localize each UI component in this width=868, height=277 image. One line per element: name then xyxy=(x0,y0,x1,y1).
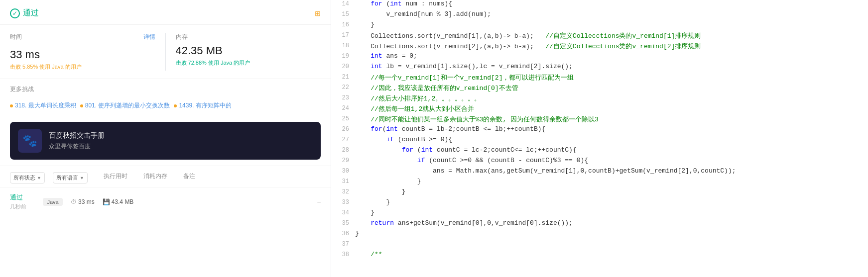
code-line: 35 return ans+getSum(v_remind[0],0,v_rem… xyxy=(331,219,868,230)
code-container: 14 for (int num : nums){15 v_remind[num … xyxy=(331,0,868,261)
stats-section: 时间 详情 33 ms 击败 5.85% 使用 Java 的用户 内存 42.3… xyxy=(0,25,331,79)
code-line: 22 //因此，我应该是放任所有的v_remind[0]不去管 xyxy=(331,84,868,94)
challenge-tag-1[interactable]: 801. 使序列递增的最小交换次数 xyxy=(80,101,170,110)
code-line: 21 //每一个v_remind[1]和一个v_remind[2]，都可以进行匹… xyxy=(331,73,868,84)
line-code xyxy=(355,240,868,251)
ad-paw-icon: 🐾 xyxy=(22,134,37,148)
ad-title: 百度秋招突击手册 xyxy=(49,131,105,140)
line-number: 37 xyxy=(335,240,355,251)
grid-icon[interactable]: ⊞ xyxy=(315,9,321,17)
code-line: 17 Collections.sort(v_remind[1],(a,b)-> … xyxy=(331,31,868,42)
line-code: //然后大小排序好1,2。。。。。。。 xyxy=(355,94,868,104)
time-stat-block: 时间 详情 33 ms 击败 5.85% 使用 Java 的用户 xyxy=(10,33,155,71)
code-line: 30 ans = Math.max(ans,getSum(v_remind[1]… xyxy=(331,167,868,178)
left-panel: ✓ 通过 ⊞ 时间 详情 33 ms 击败 5.85% 使用 Java 的用户 … xyxy=(0,0,331,277)
line-code: } xyxy=(355,178,868,188)
code-line: 27 if (countB >= 0){ xyxy=(331,136,868,146)
line-code: //每一个v_remind[1]和一个v_remind[2]，都可以进行匹配为一… xyxy=(355,73,868,84)
lang-filter[interactable]: 所有语言 ▼ xyxy=(53,172,88,184)
more-challenges-label: 更多挑战 xyxy=(0,79,331,97)
challenge-tag-2[interactable]: 1439. 有序矩阵中的 xyxy=(174,101,231,110)
line-number: 16 xyxy=(335,21,355,31)
line-code: return ans+getSum(v_remind[0],0,v_remind… xyxy=(355,219,868,230)
sub-note: – xyxy=(317,198,321,205)
line-code: ans = Math.max(ans,getSum(v_remind[1],0,… xyxy=(355,167,868,178)
memory-col-label: 消耗内存 xyxy=(143,172,167,184)
line-number: 28 xyxy=(335,146,355,157)
line-number: 23 xyxy=(335,94,355,104)
line-code: Collections.sort(v_remind[1],(a,b)-> b-a… xyxy=(355,31,868,42)
line-code: //然后每一组1,2就从大到小区合并 xyxy=(355,104,868,115)
challenge-tags: 318. 最大单词长度乘积 801. 使序列递增的最小交换次数 1439. 有序… xyxy=(0,97,331,116)
submission-row[interactable]: 通过 几秒前 Java ⏱ 33 ms 💾 43.4 MB – xyxy=(0,187,331,215)
status-filter[interactable]: 所有状态 ▼ xyxy=(10,172,45,184)
line-number: 22 xyxy=(335,84,355,94)
line-number: 20 xyxy=(335,63,355,73)
memory-sub: 击败 72.88% 使用 Java 的用户 xyxy=(176,59,321,67)
code-line: 34 } xyxy=(331,209,868,219)
ad-subtitle: 众里寻你签百度 xyxy=(49,142,105,151)
line-number: 14 xyxy=(335,0,355,10)
line-number: 25 xyxy=(335,115,355,125)
line-number: 19 xyxy=(335,52,355,63)
line-code: v_remind[num % 3].add(num); xyxy=(355,10,868,21)
line-number: 21 xyxy=(335,73,355,84)
line-code: } xyxy=(355,209,868,219)
line-number: 26 xyxy=(335,125,355,136)
code-line: 19 int ans = 0; xyxy=(331,52,868,63)
sub-lang: Java xyxy=(43,198,63,206)
code-line: 18 Collections.sort(v_remind[2],(a,b)-> … xyxy=(331,42,868,52)
line-number: 34 xyxy=(335,209,355,219)
line-number: 24 xyxy=(335,104,355,115)
code-line: 16 } xyxy=(331,21,868,31)
ad-banner[interactable]: 🐾 百度秋招突击手册 众里寻你签百度 xyxy=(10,122,321,160)
line-code: /** xyxy=(355,251,868,261)
result-header: ✓ 通过 ⊞ xyxy=(0,0,331,25)
detail-label[interactable]: 详情 xyxy=(143,33,155,41)
check-icon: ✓ xyxy=(10,8,20,18)
ad-icon: 🐾 xyxy=(18,129,42,153)
code-line: 23 //然后大小排序好1,2。。。。。。。 xyxy=(331,94,868,104)
code-line: 24 //然后每一组1,2就从大到小区合并 xyxy=(331,104,868,115)
code-line: 31 } xyxy=(331,178,868,188)
line-code: Collections.sort(v_remind[2],(a,b)-> b-a… xyxy=(355,42,868,52)
lang-filter-label: 所有语言 xyxy=(56,174,78,182)
ad-text: 百度秋招突击手册 众里寻你签百度 xyxy=(49,131,105,151)
line-code: //因此，我应该是放任所有的v_remind[0]不去管 xyxy=(355,84,868,94)
tag-dot-1 xyxy=(80,104,83,107)
line-code: for (int countC = lc-2;countC<= lc;++cou… xyxy=(355,146,868,157)
code-line: 29 if (countC >=0 && (countB - countC)%3… xyxy=(331,157,868,167)
line-number: 17 xyxy=(335,31,355,42)
code-line: 15 v_remind[num % 3].add(num); xyxy=(331,10,868,21)
right-panel: 14 for (int num : nums){15 v_remind[num … xyxy=(331,0,868,277)
sub-status: 通过 xyxy=(10,193,35,202)
challenge-tag-0[interactable]: 318. 最大单词长度乘积 xyxy=(10,101,76,110)
line-number: 30 xyxy=(335,167,355,178)
sub-time-ago: 几秒前 xyxy=(10,203,35,210)
line-code: for(int countB = lb-2;countB <= lb;++cou… xyxy=(355,125,868,136)
line-number: 38 xyxy=(335,251,355,261)
status-filter-chevron: ▼ xyxy=(37,176,41,181)
code-line: 28 for (int countC = lc-2;countC<= lc;++… xyxy=(331,146,868,157)
line-code: } xyxy=(355,21,868,31)
tag-dot-0 xyxy=(10,104,13,107)
challenge-label-0: 318. 最大单词长度乘积 xyxy=(15,101,76,110)
code-line: 33 } xyxy=(331,198,868,209)
line-code: } xyxy=(355,198,868,209)
challenge-label-1: 801. 使序列递增的最小交换次数 xyxy=(85,101,170,110)
memory-label: 内存 xyxy=(176,33,188,40)
memory-icon: 💾 xyxy=(103,198,110,205)
line-code: int ans = 0; xyxy=(355,52,868,63)
code-line: 36} xyxy=(331,230,868,240)
stat-divider xyxy=(165,33,166,71)
memory-value: 42.35 MB xyxy=(176,44,321,57)
line-number: 32 xyxy=(335,188,355,198)
exec-time-col-label: 执行用时 xyxy=(104,172,127,184)
line-code: for (int num : nums){ xyxy=(355,0,868,10)
submissions-header: 所有状态 ▼ 所有语言 ▼ 执行用时 消耗内存 备注 xyxy=(0,166,331,187)
time-sub: 击败 5.85% 使用 Java 的用户 xyxy=(10,63,155,71)
code-line: 38 /** xyxy=(331,251,868,261)
clock-icon: ⏱ xyxy=(71,198,77,205)
note-col-label: 备注 xyxy=(183,172,195,184)
line-code: //同时不能让他们某一组多余值大于%3的余数, 因为任何数得余数都一个除以3 xyxy=(355,115,868,125)
